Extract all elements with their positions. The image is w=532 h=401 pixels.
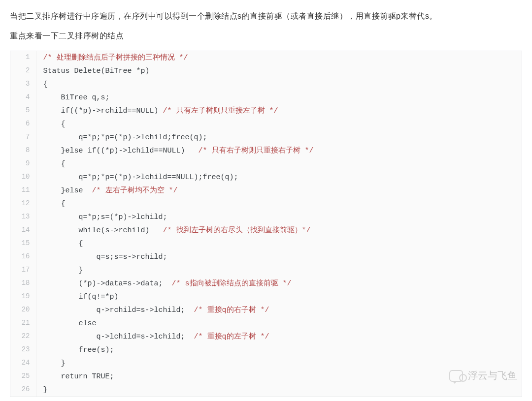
line-number: 13 bbox=[10, 211, 36, 224]
code-text: } bbox=[43, 266, 83, 275]
line-number: 23 bbox=[10, 343, 36, 357]
code-text: { bbox=[43, 160, 66, 168]
code-text: return TRUE; bbox=[43, 372, 114, 381]
code-line: 24 } bbox=[10, 357, 522, 370]
code-line: 25 return TRUE; bbox=[10, 370, 522, 383]
code-content: (*p)->data=s->data; /* s指向被删除结点的直接前驱 */ bbox=[36, 277, 522, 290]
line-number: 17 bbox=[10, 264, 36, 277]
code-content: { bbox=[36, 78, 522, 91]
code-text: }else bbox=[43, 186, 92, 195]
intro-paragraph-1: 当把二叉排序树进行中序遍历，在序列中可以得到一个删除结点s的直接前驱（或者直接后… bbox=[10, 9, 522, 24]
code-content: q=s;s=s->rchild; bbox=[36, 250, 522, 264]
code-text: { bbox=[43, 120, 66, 128]
intro-paragraph-2: 重点来看一下二叉排序树的结点 bbox=[10, 29, 522, 43]
line-number: 14 bbox=[10, 224, 36, 237]
code-content: q=*p;s=(*p)->lchild; bbox=[36, 211, 522, 224]
code-content: q->rchild=s->lchild; /* 重接q的右子树 */ bbox=[36, 304, 522, 317]
code-line: 19 if(q!=*p) bbox=[10, 290, 522, 304]
code-text: if(q!=*p) bbox=[43, 293, 119, 301]
code-line: 16 q=s;s=s->rchild; bbox=[10, 250, 522, 264]
code-text: while(s->rchild) bbox=[43, 226, 163, 235]
code-line: 26} bbox=[10, 383, 522, 397]
code-line: 8 }else if((*p)->lchild==NULL) /* 只有右子树则… bbox=[10, 144, 522, 157]
code-content: }else /* 左右子树均不为空 */ bbox=[36, 184, 522, 197]
line-number: 9 bbox=[10, 157, 36, 171]
code-line: 9 { bbox=[10, 157, 522, 171]
line-number: 21 bbox=[10, 317, 36, 330]
line-number: 6 bbox=[10, 118, 36, 131]
line-number: 19 bbox=[10, 290, 36, 304]
code-text: } bbox=[43, 386, 48, 394]
code-text: else bbox=[43, 319, 97, 328]
code-text: }else if((*p)->lchild==NULL) bbox=[43, 147, 199, 155]
code-body: 1/* 处理删除结点后子树拼接的三种情况 */2Status Delete(Bi… bbox=[10, 51, 522, 397]
code-line: 22 q->lchild=s->lchild; /* 重接q的左子树 */ bbox=[10, 330, 522, 343]
code-comment: /* 处理删除结点后子树拼接的三种情况 */ bbox=[43, 54, 188, 62]
code-content: BiTree q,s; bbox=[36, 91, 522, 104]
code-line: 15 { bbox=[10, 237, 522, 250]
code-content: }else if((*p)->lchild==NULL) /* 只有右子树则只重… bbox=[36, 144, 522, 157]
code-content: } bbox=[36, 383, 522, 397]
line-number: 25 bbox=[10, 370, 36, 383]
code-line: 18 (*p)->data=s->data; /* s指向被删除结点的直接前驱 … bbox=[10, 277, 522, 290]
code-text: BiTree q,s; bbox=[43, 93, 110, 102]
code-content: if(q!=*p) bbox=[36, 290, 522, 304]
code-text: q->rchild=s->lchild; bbox=[43, 306, 194, 314]
code-table: 1/* 处理删除结点后子树拼接的三种情况 */2Status Delete(Bi… bbox=[10, 51, 522, 397]
code-text: (*p)->data=s->data; bbox=[43, 279, 172, 288]
code-content: q=*p;*p=(*p)->lchild==NULL);free(q); bbox=[36, 171, 522, 184]
code-line: 7 q=*p;*p=(*p)->lchild;free(q); bbox=[10, 131, 522, 144]
code-line: 17 } bbox=[10, 264, 522, 277]
code-line: 1/* 处理删除结点后子树拼接的三种情况 */ bbox=[10, 51, 522, 64]
line-number: 12 bbox=[10, 197, 36, 211]
code-content: { bbox=[36, 157, 522, 171]
code-line: 11 }else /* 左右子树均不为空 */ bbox=[10, 184, 522, 197]
code-line: 5 if((*p)->rchild==NULL) /* 只有左子树则只重接左子树… bbox=[10, 104, 522, 118]
code-line: 12 { bbox=[10, 197, 522, 211]
code-content: while(s->rchild) /* 找到左子树的右尽头（找到直接前驱）*/ bbox=[36, 224, 522, 237]
code-content: } bbox=[36, 264, 522, 277]
code-text: { bbox=[43, 80, 48, 89]
line-number: 26 bbox=[10, 383, 36, 397]
code-comment: /* 只有右子树则只重接右子树 */ bbox=[199, 147, 314, 155]
code-line: 6 { bbox=[10, 118, 522, 131]
code-line: 10 q=*p;*p=(*p)->lchild==NULL);free(q); bbox=[10, 171, 522, 184]
line-number: 15 bbox=[10, 237, 36, 250]
line-number: 5 bbox=[10, 104, 36, 118]
code-line: 3{ bbox=[10, 78, 522, 91]
code-text: { bbox=[43, 200, 66, 208]
code-content: q=*p;*p=(*p)->lchild;free(q); bbox=[36, 131, 522, 144]
line-number: 20 bbox=[10, 304, 36, 317]
code-line: 23 free(s); bbox=[10, 343, 522, 357]
code-comment: /* 左右子树均不为空 */ bbox=[92, 186, 178, 195]
line-number: 10 bbox=[10, 171, 36, 184]
code-content: /* 处理删除结点后子树拼接的三种情况 */ bbox=[36, 51, 522, 64]
line-number: 11 bbox=[10, 184, 36, 197]
code-text: q=*p;*p=(*p)->lchild;free(q); bbox=[43, 133, 207, 142]
code-text: free(s); bbox=[43, 346, 114, 354]
code-text: q=s;s=s->rchild; bbox=[43, 253, 167, 261]
code-text: q=*p;*p=(*p)->lchild==NULL);free(q); bbox=[43, 173, 238, 182]
line-number: 24 bbox=[10, 357, 36, 370]
line-number: 16 bbox=[10, 250, 36, 264]
code-line: 2Status Delete(BiTree *p) bbox=[10, 64, 522, 78]
code-content: { bbox=[36, 197, 522, 211]
code-comment: /* 重接q的左子树 */ bbox=[194, 333, 269, 341]
code-content: free(s); bbox=[36, 343, 522, 357]
code-content: else bbox=[36, 317, 522, 330]
code-content: { bbox=[36, 118, 522, 131]
code-line: 21 else bbox=[10, 317, 522, 330]
code-text: Status Delete(BiTree *p) bbox=[43, 67, 150, 75]
code-block: 1/* 处理删除结点后子树拼接的三种情况 */2Status Delete(Bi… bbox=[10, 51, 522, 397]
line-number: 22 bbox=[10, 330, 36, 343]
line-number: 3 bbox=[10, 78, 36, 91]
line-number: 4 bbox=[10, 91, 36, 104]
code-text: if((*p)->rchild==NULL) bbox=[43, 107, 163, 115]
code-content: return TRUE; bbox=[36, 370, 522, 383]
line-number: 7 bbox=[10, 131, 36, 144]
code-content: if((*p)->rchild==NULL) /* 只有左子树则只重接左子树 *… bbox=[36, 104, 522, 118]
intro-text: 当把二叉排序树进行中序遍历，在序列中可以得到一个删除结点s的直接前驱（或者直接后… bbox=[10, 9, 522, 44]
line-number: 2 bbox=[10, 64, 36, 78]
line-number: 18 bbox=[10, 277, 36, 290]
code-comment: /* 重接q的右子树 */ bbox=[194, 306, 269, 314]
